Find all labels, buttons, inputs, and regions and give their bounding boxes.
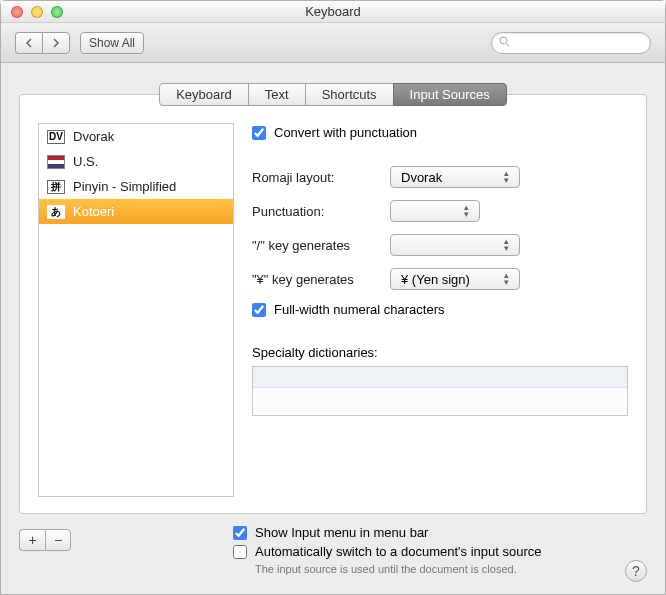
convert-punctuation-label: Convert with punctuation — [274, 125, 417, 140]
yen-key-select[interactable]: ¥ (Yen sign) ▴▾ — [390, 268, 520, 290]
chevron-updown-icon: ▴▾ — [499, 170, 513, 184]
back-button[interactable] — [15, 32, 42, 54]
window-title: Keyboard — [1, 4, 665, 19]
list-item[interactable]: U.S. — [39, 149, 233, 174]
chevron-updown-icon: ▴▾ — [459, 204, 473, 218]
titlebar: Keyboard — [1, 1, 665, 23]
fullwidth-numerals-label: Full-width numeral characters — [274, 302, 445, 317]
add-source-button[interactable]: + — [19, 529, 45, 551]
auto-switch-checkbox[interactable] — [233, 545, 247, 559]
list-item-label: Dvorak — [73, 129, 114, 144]
yen-key-value: ¥ (Yen sign) — [401, 272, 470, 287]
search-wrap — [491, 32, 651, 54]
remove-source-button[interactable]: − — [45, 529, 71, 551]
romaji-layout-select[interactable]: Dvorak ▴▾ — [390, 166, 520, 188]
toolbar: Show All — [1, 23, 665, 63]
nav-segment — [15, 32, 70, 54]
panel: DV Dvorak U.S. 拼 Pinyin - Simplified あ K… — [19, 94, 647, 514]
fullwidth-numerals-checkbox[interactable] — [252, 303, 266, 317]
pinyin-icon: 拼 — [47, 180, 65, 194]
tabs: Keyboard Text Shortcuts Input Sources — [19, 83, 647, 106]
tab-keyboard[interactable]: Keyboard — [159, 83, 249, 106]
body: Keyboard Text Shortcuts Input Sources DV… — [1, 63, 665, 594]
search-icon — [499, 36, 511, 48]
auto-switch-label: Automatically switch to a document's inp… — [255, 544, 541, 559]
auto-switch-hint: The input source is used until the docum… — [233, 563, 635, 575]
list-item[interactable]: DV Dvorak — [39, 124, 233, 149]
punctuation-select[interactable]: ▴▾ — [390, 200, 480, 222]
tab-input-sources[interactable]: Input Sources — [393, 83, 507, 106]
list-item[interactable]: 拼 Pinyin - Simplified — [39, 174, 233, 199]
chevron-updown-icon: ▴▾ — [499, 272, 513, 286]
layout-icon: DV — [47, 130, 65, 144]
list-item-label: Kotoeri — [73, 204, 114, 219]
romaji-layout-value: Dvorak — [401, 170, 442, 185]
show-input-menu-checkbox[interactable] — [233, 526, 247, 540]
svg-point-0 — [500, 37, 507, 44]
list-item-selected[interactable]: あ Kotoeri — [39, 199, 233, 224]
help-button[interactable]: ? — [625, 560, 647, 582]
show-all-button[interactable]: Show All — [80, 32, 144, 54]
specialty-dictionaries-label: Specialty dictionaries: — [252, 345, 628, 360]
list-item-label: U.S. — [73, 154, 98, 169]
prefs-window: Keyboard Show All Keyboard Text Shortcut… — [0, 0, 666, 595]
convert-punctuation-checkbox[interactable] — [252, 126, 266, 140]
search-input[interactable] — [491, 32, 651, 54]
kotoeri-icon: あ — [47, 205, 65, 219]
punctuation-label: Punctuation: — [252, 204, 382, 219]
slash-key-label: "/" key generates — [252, 238, 382, 253]
forward-button[interactable] — [42, 32, 70, 54]
specialty-dictionaries-list[interactable] — [252, 366, 628, 416]
chevron-updown-icon: ▴▾ — [499, 238, 513, 252]
flag-icon — [47, 155, 65, 169]
yen-key-label: "¥" key generates — [252, 272, 382, 287]
show-input-menu-label: Show Input menu in menu bar — [255, 525, 428, 540]
svg-line-1 — [507, 43, 510, 46]
tab-text[interactable]: Text — [248, 83, 306, 106]
romaji-layout-label: Romaji layout: — [252, 170, 382, 185]
back-icon — [24, 38, 34, 48]
input-source-list[interactable]: DV Dvorak U.S. 拼 Pinyin - Simplified あ K… — [38, 123, 234, 497]
list-item-label: Pinyin - Simplified — [73, 179, 176, 194]
forward-icon — [51, 38, 61, 48]
slash-key-select[interactable]: ▴▾ — [390, 234, 520, 256]
add-remove-segment: + − — [19, 529, 71, 584]
tab-shortcuts[interactable]: Shortcuts — [305, 83, 394, 106]
options-column: Convert with punctuation Romaji layout: … — [252, 123, 628, 497]
